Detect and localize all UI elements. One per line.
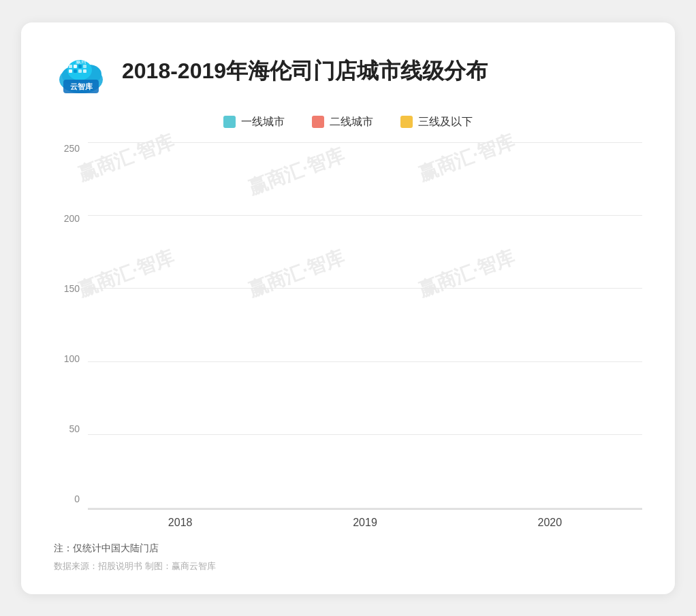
y-label-250: 250 — [64, 143, 80, 154]
svg-rect-8 — [74, 69, 77, 73]
legend-item-tier3: 三线及以下 — [400, 115, 473, 129]
chart-inner: 201820192020 — [88, 143, 642, 529]
main-card: 赢商汇·智库 赢商汇·智库 赢商汇·智库 赢商汇·智库 赢商汇·智库 赢商汇·智… — [21, 22, 675, 594]
y-axis: 250 200 150 100 50 0 — [54, 143, 88, 529]
bars-container — [88, 143, 642, 510]
logo: 云智库 赢商 — [54, 44, 108, 99]
svg-rect-4 — [69, 65, 72, 68]
legend-item-tier2: 二线城市 — [312, 115, 373, 129]
x-label-2019: 2019 — [272, 510, 457, 529]
legend-color-tier3 — [400, 116, 413, 128]
svg-rect-6 — [78, 65, 82, 68]
svg-text:赢商: 赢商 — [76, 59, 86, 65]
svg-text:云智库: 云智库 — [70, 82, 93, 91]
legend-color-tier1 — [223, 116, 236, 128]
chart-area: 一线城市 二线城市 三线及以下 250 200 150 100 50 0 — [54, 115, 642, 529]
header: 云智库 赢商 2018-2019年海伦司门店城市线级分布 — [54, 44, 642, 99]
svg-rect-9 — [78, 69, 82, 73]
legend-label-tier2: 二线城市 — [330, 115, 373, 129]
legend-label-tier1: 一线城市 — [241, 115, 285, 129]
svg-rect-10 — [83, 65, 86, 68]
legend: 一线城市 二线城市 三线及以下 — [54, 115, 642, 129]
footnote: 注：仅统计中国大陆门店 — [54, 542, 642, 555]
svg-rect-7 — [69, 69, 72, 73]
legend-color-tier2 — [312, 116, 324, 128]
svg-rect-11 — [83, 69, 86, 73]
source: 数据来源：招股说明书 制图：赢商云智库 — [54, 560, 642, 572]
x-label-2020: 2020 — [458, 510, 642, 529]
x-label-2018: 2018 — [88, 510, 272, 529]
y-label-200: 200 — [64, 213, 80, 224]
chart-body: 250 200 150 100 50 0 201820192020 — [54, 143, 642, 529]
svg-rect-5 — [74, 65, 77, 68]
grid-lines — [88, 143, 642, 508]
x-labels: 201820192020 — [88, 510, 642, 529]
page-title: 2018-2019年海伦司门店城市线级分布 — [122, 56, 488, 86]
y-label-150: 150 — [64, 283, 80, 294]
y-label-100: 100 — [64, 353, 80, 364]
legend-label-tier3: 三线及以下 — [418, 115, 473, 129]
legend-item-tier1: 一线城市 — [223, 115, 285, 129]
y-label-0: 0 — [74, 493, 80, 504]
y-label-50: 50 — [69, 423, 80, 434]
